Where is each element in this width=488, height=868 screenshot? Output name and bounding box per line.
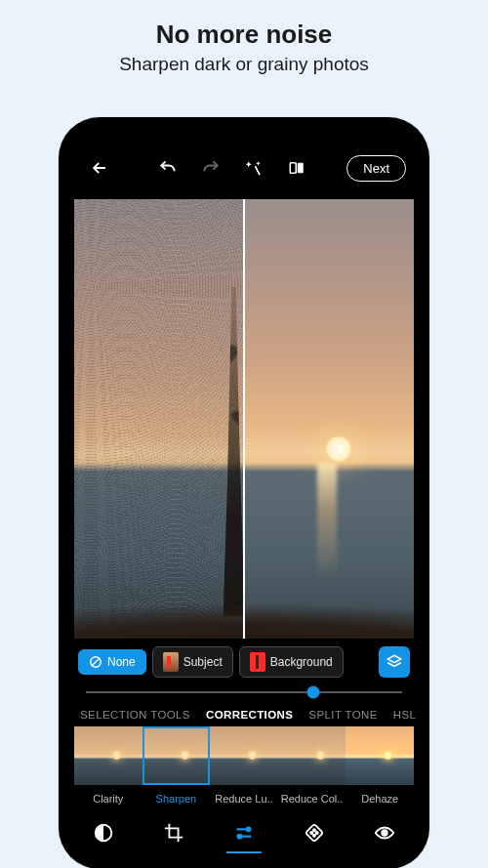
filter-clarity-label: Clarity — [74, 793, 142, 805]
compare-icon[interactable] — [279, 150, 314, 186]
filter-reduce-luminance-preview — [210, 726, 278, 785]
background-thumb-icon — [250, 652, 265, 672]
svg-rect-6 — [305, 824, 323, 842]
slider-track — [86, 691, 402, 693]
nav-adjust-icon[interactable] — [224, 816, 264, 849]
none-icon — [89, 655, 102, 669]
svg-point-5 — [238, 835, 242, 839]
next-button[interactable]: Next — [346, 155, 406, 182]
svg-point-4 — [247, 828, 251, 832]
layers-button[interactable] — [379, 646, 410, 678]
topbar: Next — [68, 141, 420, 195]
filter-sharpen[interactable]: Sharpen — [142, 726, 211, 805]
auto-magic-icon[interactable] — [236, 150, 271, 186]
mask-subject-label: Subject — [183, 655, 223, 669]
mask-row: None Subject Background — [68, 639, 420, 678]
mask-none-label: None — [107, 655, 136, 669]
filter-sharpen-preview — [142, 726, 211, 785]
filter-reduce-luminance[interactable]: Reduce Lu.. — [210, 726, 278, 805]
nav-looks-icon[interactable] — [84, 816, 123, 849]
back-icon[interactable] — [82, 150, 117, 186]
compare-divider[interactable] — [243, 199, 245, 639]
filter-clarity-preview — [74, 726, 142, 785]
svg-rect-0 — [290, 163, 296, 174]
filter-reduce-color-label: Reduce Col.. — [278, 793, 346, 805]
nav-redeye-icon[interactable] — [365, 816, 404, 849]
slider-thumb[interactable] — [307, 686, 320, 699]
tab-hsl[interactable]: HSL — [393, 709, 417, 721]
intensity-slider[interactable] — [68, 678, 420, 701]
mask-none-chip[interactable]: None — [78, 649, 146, 675]
sun — [326, 436, 351, 462]
nav-heal-icon[interactable] — [295, 816, 334, 849]
svg-rect-1 — [297, 163, 303, 174]
nav-crop-icon[interactable] — [154, 816, 193, 849]
filter-reduce-color-preview — [278, 726, 346, 785]
layers-icon — [386, 653, 403, 671]
filter-reduce-luminance-label: Reduce Lu.. — [210, 793, 278, 805]
mask-subject-chip[interactable]: Subject — [152, 646, 233, 678]
filter-dehaze-label: Dehaze — [346, 793, 414, 805]
promo-title: No more noise — [0, 20, 488, 50]
subject-thumb-icon — [163, 652, 179, 672]
tab-split-tone[interactable]: SPLIT TONE — [308, 709, 377, 721]
svg-point-11 — [382, 830, 387, 836]
image-canvas[interactable] — [74, 199, 414, 639]
tab-selection-tools[interactable]: SELECTION TOOLS — [80, 709, 190, 721]
filter-dehaze-preview — [346, 726, 414, 785]
bottom-nav — [68, 805, 420, 859]
svg-point-10 — [313, 835, 315, 837]
filter-clarity[interactable]: Clarity — [74, 726, 142, 805]
mask-background-label: Background — [270, 655, 333, 669]
undo-icon[interactable] — [150, 150, 185, 186]
svg-point-8 — [316, 832, 318, 834]
filter-thumbs: Clarity Sharpen Reduce Lu.. Reduce Col..… — [68, 726, 420, 805]
redo-icon — [193, 150, 228, 186]
filter-sharpen-label: Sharpen — [142, 793, 211, 805]
filter-reduce-color[interactable]: Reduce Col.. — [278, 726, 346, 805]
device-notch — [181, 127, 307, 146]
svg-point-9 — [313, 829, 315, 831]
promo-subtitle: Sharpen dark or grainy photos — [0, 54, 488, 75]
device-frame: Next None Subject Backgrou — [59, 117, 429, 868]
mask-background-chip[interactable]: Background — [239, 646, 344, 678]
svg-point-7 — [310, 832, 312, 834]
app-screen: Next None Subject Backgrou — [68, 127, 420, 859]
category-tabs: SELECTION TOOLS CORRECTIONS SPLIT TONE H… — [68, 701, 420, 726]
tab-corrections[interactable]: CORRECTIONS — [206, 709, 293, 721]
filter-dehaze[interactable]: Dehaze — [346, 726, 414, 805]
nav-active-underline — [226, 851, 262, 853]
